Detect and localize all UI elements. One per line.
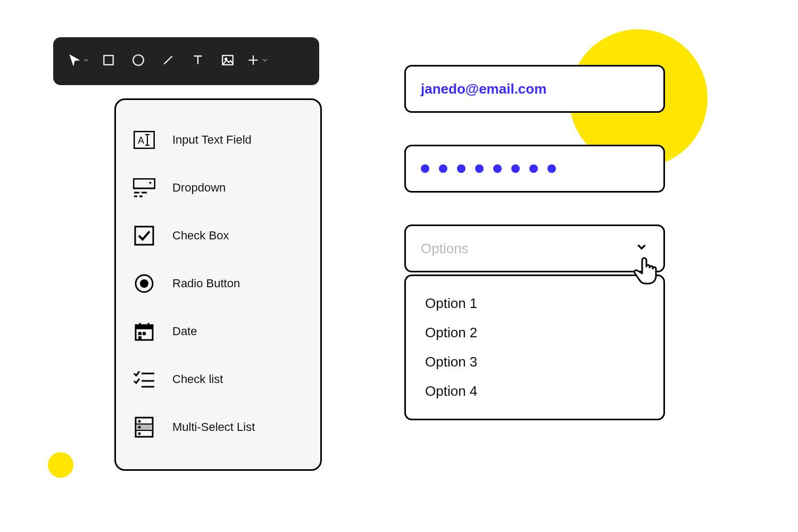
svg-rect-19	[136, 325, 153, 329]
rectangle-tool[interactable]	[94, 45, 123, 77]
palette-item-date[interactable]: Date	[132, 307, 304, 355]
palette-item-dropdown[interactable]: Dropdown	[132, 164, 304, 212]
svg-rect-24	[138, 336, 142, 339]
option-item[interactable]: Option 3	[425, 347, 644, 377]
plus-icon	[246, 53, 260, 69]
option-item[interactable]: Option 2	[425, 318, 644, 347]
palette-item-checkbox[interactable]: Check Box	[132, 212, 304, 260]
calendar-icon	[132, 319, 156, 344]
chevron-down-icon	[261, 56, 269, 66]
component-palette: A Input Text Field Dropdown Check Box Ra…	[114, 98, 322, 471]
svg-rect-22	[138, 332, 142, 335]
email-field-value: janedo@email.com	[421, 81, 546, 97]
palette-item-input-text[interactable]: A Input Text Field	[132, 116, 304, 164]
text-tool[interactable]	[183, 45, 213, 77]
svg-point-30	[138, 420, 141, 423]
palette-item-label: Dropdown	[172, 181, 226, 195]
decorative-circle-small	[48, 452, 73, 478]
svg-rect-10	[134, 179, 155, 188]
svg-point-31	[138, 426, 141, 429]
drawing-toolbar	[53, 37, 319, 85]
hand-cursor-icon	[630, 253, 664, 287]
email-field[interactable]: janedo@email.com	[404, 65, 665, 113]
options-select[interactable]: Options	[404, 225, 665, 272]
circle-tool[interactable]	[123, 45, 153, 77]
option-item[interactable]: Option 1	[425, 289, 644, 318]
password-mask-dots	[421, 164, 556, 173]
svg-text:A: A	[138, 135, 144, 146]
options-select-placeholder: Options	[421, 240, 469, 257]
svg-point-32	[138, 433, 141, 435]
palette-item-label: Check Box	[172, 229, 229, 243]
palette-item-multiselect[interactable]: Multi-Select List	[132, 403, 304, 451]
circle-icon	[131, 53, 145, 69]
palette-item-label: Date	[172, 325, 197, 338]
password-field[interactable]	[404, 145, 665, 193]
pointer-icon	[68, 53, 81, 69]
options-dropdown-panel: Option 1 Option 2 Option 3 Option 4	[404, 275, 665, 420]
add-tool[interactable]	[243, 45, 272, 77]
text-icon	[191, 53, 205, 69]
checklist-icon	[132, 367, 156, 392]
svg-rect-23	[143, 332, 146, 335]
svg-point-1	[133, 55, 144, 65]
svg-rect-15	[135, 227, 153, 245]
line-icon	[161, 53, 175, 69]
pointer-tool[interactable]	[64, 45, 94, 77]
checkbox-icon	[132, 223, 156, 248]
chevron-down-icon	[82, 56, 90, 66]
palette-item-checklist[interactable]: Check list	[132, 355, 304, 403]
multiselect-icon	[132, 415, 156, 439]
palette-item-radio[interactable]: Radio Button	[132, 260, 304, 307]
svg-rect-0	[104, 55, 113, 64]
svg-line-2	[164, 56, 172, 64]
line-tool[interactable]	[153, 45, 183, 77]
palette-item-label: Input Text Field	[172, 133, 252, 147]
radio-icon	[132, 271, 156, 296]
dropdown-icon	[132, 176, 156, 200]
svg-point-17	[140, 279, 148, 288]
image-icon	[221, 53, 235, 69]
palette-item-label: Multi-Select List	[172, 420, 255, 434]
palette-item-label: Radio Button	[172, 277, 240, 290]
option-item[interactable]: Option 4	[425, 377, 644, 406]
input-text-icon: A	[132, 128, 156, 152]
square-icon	[102, 53, 115, 69]
palette-item-label: Check list	[172, 372, 223, 386]
image-tool[interactable]	[213, 45, 243, 77]
